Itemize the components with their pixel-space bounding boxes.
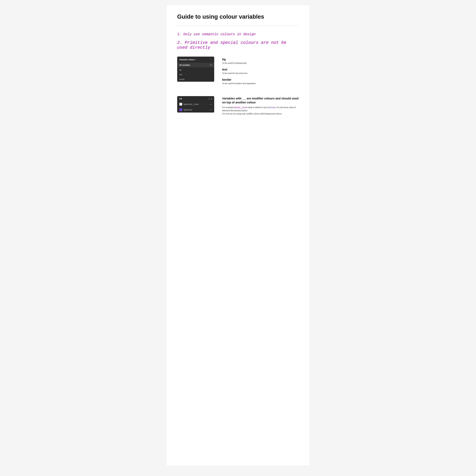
modifier-body: For example primary__hover state is adde… — [222, 106, 299, 115]
chevron-icon: ∨ — [195, 59, 196, 60]
grid-icon[interactable]: ⁚⁚ — [209, 98, 210, 100]
fill-row-hover[interactable]: bg/primary__hover — — [177, 102, 214, 107]
modifier-description: Variables with __ are modifier colours a… — [222, 96, 299, 115]
page-container: Guide to using colour variables 1. Only … — [167, 5, 309, 465]
modifier-title-part1: Variables with — [222, 97, 242, 100]
fill-row-primary[interactable]: bg/primary — — [177, 107, 214, 113]
border-description: border To be used for borders and separa… — [222, 78, 299, 85]
hover-label: bg/primary__hover — [184, 103, 199, 105]
body1-highlight2: primary — [269, 106, 276, 108]
border-row[interactable]: border — [177, 77, 214, 82]
modifier-title: Variables with __ are modifier colours a… — [222, 97, 299, 104]
rule-2-text: 2. Primitive and special colours are not… — [177, 40, 299, 50]
modifier-body-line1: For example primary__hover state is adde… — [222, 106, 299, 112]
text-description: text To be used for text and icons — [222, 68, 299, 74]
rule-1-text: 1. Only use semantic colours in design — [177, 32, 299, 36]
panel-header: Semantic colours ∨ ··· — [177, 57, 214, 63]
text-row[interactable]: text — [177, 72, 214, 77]
descriptions-area: bg To be used for backgrounds text To be… — [222, 57, 299, 88]
bg-subtitle: To be used for backgrounds — [222, 62, 299, 64]
fill-panel: Fill ⁚⁚ + bg/primary__hover — bg/primary — [177, 96, 214, 113]
fill-row-hover-left: bg/primary__hover — [179, 103, 199, 106]
text-subtitle: To be used for text and icons — [222, 72, 299, 74]
remove-hover-icon[interactable]: — — [209, 103, 212, 105]
hover-swatch — [179, 103, 182, 106]
remove-primary-icon[interactable]: — — [209, 108, 212, 111]
bg-title: bg — [222, 58, 299, 61]
fill-label: Fill — [179, 98, 182, 100]
fill-header: Fill ⁚⁚ + — [177, 96, 214, 102]
all-variables-label: All variables — [179, 64, 190, 66]
border-subtitle: To be used for borders and separators — [222, 82, 299, 85]
all-variables-row[interactable]: All variables 63 — [177, 63, 214, 68]
modifier-body-line2: For now we are using only modifier colou… — [222, 112, 299, 115]
body1-prefix: For example — [222, 106, 234, 108]
semantic-panel: Semantic colours ∨ ··· All variables 63 … — [177, 57, 214, 82]
bg-description: bg To be used for backgrounds — [222, 58, 299, 64]
page-title: Guide to using colour variables — [177, 13, 299, 20]
text-title: text — [222, 68, 299, 71]
fill-section: Fill ⁚⁚ + bg/primary__hover — bg/primary — [177, 96, 299, 115]
variables-count: 63 — [210, 64, 212, 66]
primary-label: bg/primary — [184, 109, 192, 111]
body1-highlight1: primary__hover — [234, 106, 248, 108]
modifier-underscore: __ — [242, 97, 246, 100]
fill-row-primary-left: bg/primary — [179, 108, 192, 111]
body1-mid: state is added on top of — [248, 106, 269, 108]
semantic-section: Semantic colours ∨ ··· All variables 63 … — [177, 57, 299, 88]
panel-title: Semantic colours ∨ — [179, 59, 196, 61]
add-fill-icon[interactable]: + — [211, 98, 212, 100]
primary-swatch — [179, 108, 182, 111]
border-title: border — [222, 78, 299, 82]
bg-row[interactable]: bg — [177, 68, 214, 72]
fill-actions: ⁚⁚ + — [209, 98, 212, 100]
more-options-icon[interactable]: ··· — [210, 58, 212, 61]
